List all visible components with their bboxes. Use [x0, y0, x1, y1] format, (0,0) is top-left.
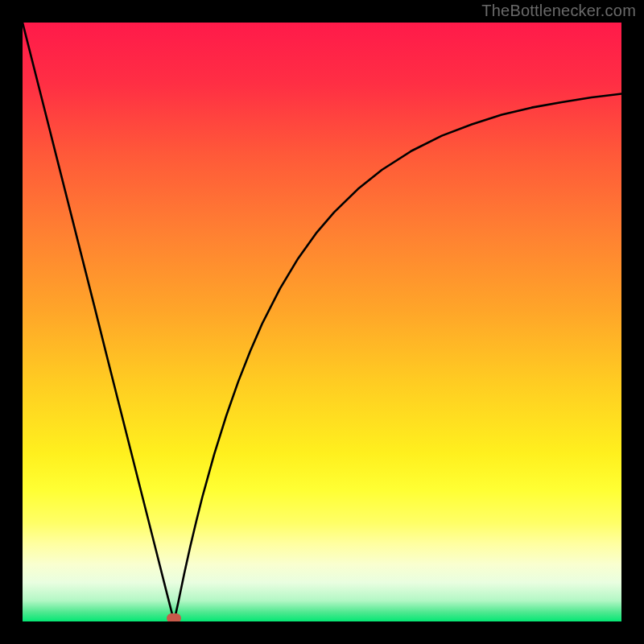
plot-area	[23, 23, 621, 621]
optimum-marker	[167, 613, 181, 621]
gradient-background	[23, 23, 621, 621]
plot-svg	[23, 23, 621, 621]
watermark-text: TheBottlenecker.com	[481, 2, 636, 20]
chart-frame: TheBottlenecker.com	[0, 0, 644, 644]
